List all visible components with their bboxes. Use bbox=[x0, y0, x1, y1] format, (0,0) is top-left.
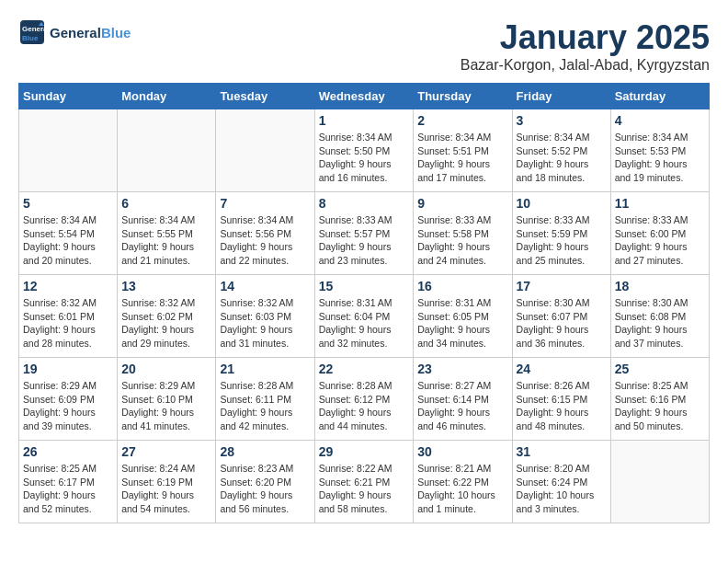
calendar-cell bbox=[19, 109, 118, 192]
day-info: Sunrise: 8:34 AM Sunset: 5:53 PM Dayligh… bbox=[615, 131, 705, 185]
day-info: Sunrise: 8:32 AM Sunset: 6:01 PM Dayligh… bbox=[23, 296, 113, 350]
week-row-2: 5Sunrise: 8:34 AM Sunset: 5:54 PM Daylig… bbox=[19, 192, 710, 275]
logo-icon: General Blue bbox=[18, 18, 46, 46]
calendar-cell: 7Sunrise: 8:34 AM Sunset: 5:56 PM Daylig… bbox=[216, 192, 314, 275]
day-info: Sunrise: 8:30 AM Sunset: 6:08 PM Dayligh… bbox=[615, 296, 705, 350]
calendar-cell: 30Sunrise: 8:21 AM Sunset: 6:22 PM Dayli… bbox=[414, 441, 512, 523]
day-number: 8 bbox=[319, 196, 410, 211]
day-number: 5 bbox=[23, 196, 113, 211]
week-row-3: 12Sunrise: 8:32 AM Sunset: 6:01 PM Dayli… bbox=[19, 275, 710, 358]
day-number: 18 bbox=[615, 279, 705, 293]
header-day-saturday: Saturday bbox=[610, 84, 709, 109]
location: Bazar-Korgon, Jalal-Abad, Kyrgyzstan bbox=[461, 57, 710, 74]
day-number: 1 bbox=[319, 113, 410, 128]
day-number: 7 bbox=[220, 196, 310, 211]
calendar-cell: 10Sunrise: 8:33 AM Sunset: 5:59 PM Dayli… bbox=[512, 192, 610, 275]
day-info: Sunrise: 8:33 AM Sunset: 5:59 PM Dayligh… bbox=[517, 213, 607, 268]
calendar-cell: 8Sunrise: 8:33 AM Sunset: 5:57 PM Daylig… bbox=[314, 192, 414, 275]
calendar-header-row: SundayMondayTuesdayWednesdayThursdayFrid… bbox=[19, 84, 710, 109]
title-block: January 2025 Bazar-Korgon, Jalal-Abad, K… bbox=[461, 18, 710, 74]
header-day-friday: Friday bbox=[512, 84, 610, 109]
calendar-cell bbox=[118, 109, 216, 192]
day-info: Sunrise: 8:24 AM Sunset: 6:19 PM Dayligh… bbox=[121, 462, 211, 516]
day-number: 30 bbox=[417, 444, 507, 459]
page-header: General Blue GeneralBlue January 2025 Ba… bbox=[18, 18, 710, 74]
calendar-cell: 27Sunrise: 8:24 AM Sunset: 6:19 PM Dayli… bbox=[118, 441, 216, 523]
day-number: 27 bbox=[121, 444, 211, 459]
svg-text:General: General bbox=[22, 25, 46, 33]
calendar-cell: 17Sunrise: 8:30 AM Sunset: 6:07 PM Dayli… bbox=[512, 275, 610, 358]
day-info: Sunrise: 8:27 AM Sunset: 6:14 PM Dayligh… bbox=[417, 379, 507, 433]
calendar-cell: 28Sunrise: 8:23 AM Sunset: 6:20 PM Dayli… bbox=[216, 441, 314, 523]
day-info: Sunrise: 8:34 AM Sunset: 5:52 PM Dayligh… bbox=[517, 131, 607, 185]
calendar-cell: 21Sunrise: 8:28 AM Sunset: 6:11 PM Dayli… bbox=[216, 358, 314, 441]
calendar-cell: 25Sunrise: 8:25 AM Sunset: 6:16 PM Dayli… bbox=[610, 358, 709, 441]
day-info: Sunrise: 8:23 AM Sunset: 6:20 PM Dayligh… bbox=[220, 462, 310, 516]
day-number: 29 bbox=[319, 444, 410, 459]
day-number: 4 bbox=[615, 113, 705, 128]
calendar-cell: 29Sunrise: 8:22 AM Sunset: 6:21 PM Dayli… bbox=[314, 441, 414, 523]
day-info: Sunrise: 8:30 AM Sunset: 6:07 PM Dayligh… bbox=[517, 296, 607, 350]
day-number: 25 bbox=[615, 362, 705, 376]
calendar-cell: 5Sunrise: 8:34 AM Sunset: 5:54 PM Daylig… bbox=[19, 192, 118, 275]
calendar-cell: 2Sunrise: 8:34 AM Sunset: 5:51 PM Daylig… bbox=[414, 109, 512, 192]
day-info: Sunrise: 8:22 AM Sunset: 6:21 PM Dayligh… bbox=[319, 462, 410, 516]
svg-text:Blue: Blue bbox=[22, 34, 39, 42]
day-info: Sunrise: 8:28 AM Sunset: 6:11 PM Dayligh… bbox=[220, 379, 310, 433]
logo: General Blue GeneralBlue bbox=[18, 18, 131, 46]
calendar-cell: 24Sunrise: 8:26 AM Sunset: 6:15 PM Dayli… bbox=[512, 358, 610, 441]
day-number: 21 bbox=[220, 362, 310, 376]
day-info: Sunrise: 8:33 AM Sunset: 5:57 PM Dayligh… bbox=[319, 213, 410, 268]
day-info: Sunrise: 8:28 AM Sunset: 6:12 PM Dayligh… bbox=[319, 379, 410, 433]
day-info: Sunrise: 8:34 AM Sunset: 5:56 PM Dayligh… bbox=[220, 213, 310, 268]
header-day-thursday: Thursday bbox=[414, 84, 512, 109]
day-info: Sunrise: 8:31 AM Sunset: 6:04 PM Dayligh… bbox=[319, 296, 410, 350]
day-number: 22 bbox=[319, 362, 410, 376]
day-info: Sunrise: 8:34 AM Sunset: 5:55 PM Dayligh… bbox=[121, 213, 211, 268]
header-day-monday: Monday bbox=[118, 84, 216, 109]
day-number: 3 bbox=[517, 113, 607, 128]
day-number: 19 bbox=[23, 362, 113, 376]
calendar-cell: 20Sunrise: 8:29 AM Sunset: 6:10 PM Dayli… bbox=[118, 358, 216, 441]
calendar-cell: 4Sunrise: 8:34 AM Sunset: 5:53 PM Daylig… bbox=[610, 109, 709, 192]
day-number: 10 bbox=[517, 196, 607, 211]
calendar-cell: 12Sunrise: 8:32 AM Sunset: 6:01 PM Dayli… bbox=[19, 275, 118, 358]
header-day-wednesday: Wednesday bbox=[314, 84, 414, 109]
calendar-cell: 14Sunrise: 8:32 AM Sunset: 6:03 PM Dayli… bbox=[216, 275, 314, 358]
calendar-cell: 18Sunrise: 8:30 AM Sunset: 6:08 PM Dayli… bbox=[610, 275, 709, 358]
month-title: January 2025 bbox=[461, 18, 710, 57]
calendar-table: SundayMondayTuesdayWednesdayThursdayFrid… bbox=[18, 83, 710, 523]
day-info: Sunrise: 8:33 AM Sunset: 5:58 PM Dayligh… bbox=[417, 213, 507, 268]
week-row-5: 26Sunrise: 8:25 AM Sunset: 6:17 PM Dayli… bbox=[19, 441, 710, 523]
day-info: Sunrise: 8:34 AM Sunset: 5:50 PM Dayligh… bbox=[319, 131, 410, 185]
calendar-cell: 26Sunrise: 8:25 AM Sunset: 6:17 PM Dayli… bbox=[19, 441, 118, 523]
day-info: Sunrise: 8:25 AM Sunset: 6:17 PM Dayligh… bbox=[23, 462, 113, 516]
calendar-cell: 9Sunrise: 8:33 AM Sunset: 5:58 PM Daylig… bbox=[414, 192, 512, 275]
day-number: 6 bbox=[121, 196, 211, 211]
day-info: Sunrise: 8:32 AM Sunset: 6:02 PM Dayligh… bbox=[121, 296, 211, 350]
header-day-sunday: Sunday bbox=[19, 84, 118, 109]
calendar-cell: 23Sunrise: 8:27 AM Sunset: 6:14 PM Dayli… bbox=[414, 358, 512, 441]
calendar-cell: 6Sunrise: 8:34 AM Sunset: 5:55 PM Daylig… bbox=[118, 192, 216, 275]
week-row-1: 1Sunrise: 8:34 AM Sunset: 5:50 PM Daylig… bbox=[19, 109, 710, 192]
day-info: Sunrise: 8:26 AM Sunset: 6:15 PM Dayligh… bbox=[517, 379, 607, 433]
logo-line1: GeneralBlue bbox=[50, 25, 131, 40]
calendar-cell: 11Sunrise: 8:33 AM Sunset: 6:00 PM Dayli… bbox=[610, 192, 709, 275]
calendar-cell: 1Sunrise: 8:34 AM Sunset: 5:50 PM Daylig… bbox=[314, 109, 414, 192]
day-number: 11 bbox=[615, 196, 705, 211]
day-info: Sunrise: 8:34 AM Sunset: 5:54 PM Dayligh… bbox=[23, 213, 113, 268]
day-number: 24 bbox=[517, 362, 607, 376]
day-number: 12 bbox=[23, 279, 113, 293]
day-number: 9 bbox=[417, 196, 507, 211]
calendar-cell: 16Sunrise: 8:31 AM Sunset: 6:05 PM Dayli… bbox=[414, 275, 512, 358]
day-info: Sunrise: 8:20 AM Sunset: 6:24 PM Dayligh… bbox=[517, 462, 607, 516]
calendar-cell: 13Sunrise: 8:32 AM Sunset: 6:02 PM Dayli… bbox=[118, 275, 216, 358]
day-number: 2 bbox=[417, 113, 507, 128]
day-number: 16 bbox=[417, 279, 507, 293]
calendar-cell: 22Sunrise: 8:28 AM Sunset: 6:12 PM Dayli… bbox=[314, 358, 414, 441]
day-info: Sunrise: 8:29 AM Sunset: 6:09 PM Dayligh… bbox=[23, 379, 113, 433]
week-row-4: 19Sunrise: 8:29 AM Sunset: 6:09 PM Dayli… bbox=[19, 358, 710, 441]
day-info: Sunrise: 8:25 AM Sunset: 6:16 PM Dayligh… bbox=[615, 379, 705, 433]
calendar-cell: 19Sunrise: 8:29 AM Sunset: 6:09 PM Dayli… bbox=[19, 358, 118, 441]
calendar-cell bbox=[216, 109, 314, 192]
